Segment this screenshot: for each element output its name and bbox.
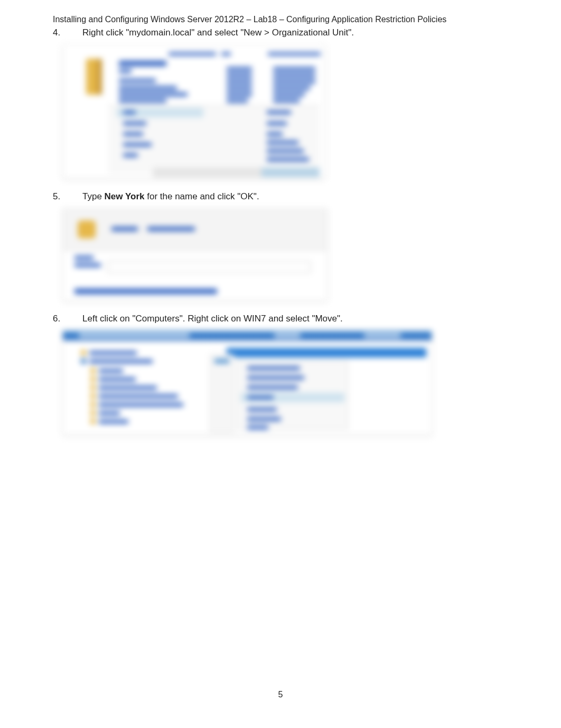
step-4: 4. Right click "mydomain.local" and sele… [53,27,508,38]
step-4-text: Right click "mydomain.local" and select … [82,27,508,38]
screenshot-3-wrap [62,330,508,435]
screenshot-3 [62,330,432,435]
screenshot-1 [62,44,325,179]
step-5-bold: New York [105,191,145,201]
screenshot-2 [62,208,328,301]
step-5-number: 5. [53,191,82,202]
step-6: 6. Left click on "Computers". Right clic… [53,314,508,324]
step-6-text: Left click on "Computers". Right click o… [82,314,508,324]
step-6-number: 6. [53,314,82,324]
step-5: 5. Type New York for the name and click … [53,191,508,202]
step-5-text: Type New York for the name and click "OK… [82,191,508,202]
screenshot-1-wrap [62,44,508,179]
step-5-before: Type [82,191,105,201]
doc-header: Installing and Configuring Windows Serve… [53,15,508,24]
page-number: 5 [0,690,561,699]
step-4-number: 4. [53,27,82,38]
step-5-after: for the name and click "OK". [145,191,259,201]
screenshot-2-wrap [62,208,508,301]
